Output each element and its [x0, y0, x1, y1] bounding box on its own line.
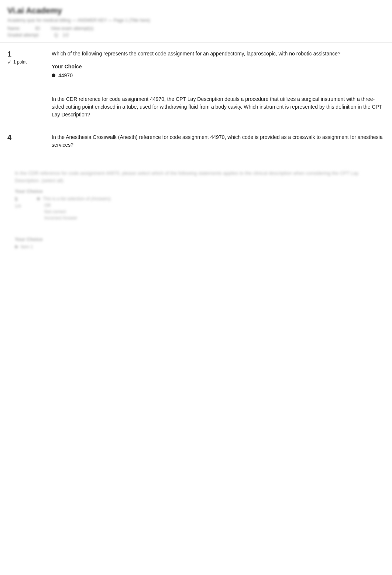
blurred-item-text-0: This is a list selection of (Answers) — [43, 196, 111, 201]
blurred-question-5-text: In the CDR reference for code assignment… — [15, 170, 377, 184]
blurred-item-text-2: Not correct — [44, 209, 66, 214]
blurred-item-3: Incorrect Answer — [44, 215, 111, 221]
blurred-item-6-text: Item 1 — [21, 244, 33, 249]
blurred-item-2: Not correct — [44, 209, 111, 214]
blurred-your-choice-5: Your Choice — [15, 188, 377, 194]
meta-name: Name: — [7, 26, 20, 31]
blurred-item-text-3: Incorrect Answer — [44, 215, 77, 221]
question-4-number-col: 4 — [7, 133, 52, 155]
question-1-block: 1 ✓ 1 point Which of the following repre… — [7, 50, 385, 81]
header-meta-row-2: Graded attempt: Q: 1/2 — [7, 33, 385, 38]
blurred-number-5: 5 1/4 — [15, 196, 37, 222]
question-1-score: ✓ 1 point — [7, 59, 52, 65]
content-area: 1 ✓ 1 point Which of the following repre… — [0, 42, 392, 258]
question-4-text: In the Anesthesia Crosswalk (Anesth) ref… — [52, 133, 385, 149]
header-subtitle: Academy quiz for medical billing — ANSWE… — [7, 18, 385, 23]
blurred-dot-6 — [15, 245, 18, 248]
question-1-number-col: 1 ✓ 1 point — [7, 50, 52, 81]
blurred-your-choice-6: Your Choice — [15, 237, 377, 242]
question-2-text: In the CDR reference for code assignment… — [52, 95, 385, 119]
question-2-block: In the CDR reference for code assignment… — [7, 95, 385, 119]
header-meta-row: Name: ID: View exam attempt(s) — [7, 26, 385, 31]
question-4-block: 4 In the Anesthesia Crosswalk (Anesth) r… — [7, 133, 385, 155]
blurred-section-6: Your Choice Item 1 — [15, 237, 377, 249]
question-4-right-col: In the Anesthesia Crosswalk (Anesth) ref… — [52, 133, 385, 155]
question-1-score-label: 1 point — [13, 59, 27, 65]
header: Vi.ai Academy Academy quiz for medical b… — [0, 0, 392, 42]
meta-q: Q: 1/2 — [54, 33, 69, 38]
blurred-section-5: In the CDR reference for code assignment… — [7, 170, 385, 249]
question-1-right-col: Which of the following represents the co… — [52, 50, 385, 81]
blurred-dot-0 — [37, 197, 40, 200]
app-title: Vi.ai Academy — [7, 6, 385, 16]
choice-value-1: 44970 — [58, 72, 73, 78]
blurred-item-text-1: OR — [44, 203, 51, 208]
question-4-number: 4 — [7, 133, 52, 142]
meta-id: ID: View exam attempt(s) — [35, 26, 93, 31]
blurred-section-6-item: Item 1 — [15, 244, 377, 249]
question-2-right: In the CDR reference for code assignment… — [52, 95, 385, 119]
question-1-text: Which of the following represents the co… — [52, 50, 385, 58]
meta-graded: Graded attempt: — [7, 33, 39, 38]
checkmark-icon: ✓ — [7, 59, 12, 65]
blurred-q5-meta: 5 1/4 This is a list selection of (Answe… — [15, 196, 377, 222]
blurred-q5-items: This is a list selection of (Answers) OR… — [37, 196, 111, 222]
question-1-number: 1 — [7, 50, 52, 58]
blurred-item-0: This is a list selection of (Answers) — [37, 196, 111, 201]
choice-dot-1 — [52, 74, 55, 77]
your-choice-label-1: Your Choice — [52, 64, 385, 69]
choice-item-1: 44970 — [52, 72, 385, 78]
blurred-item-1: OR — [44, 203, 111, 208]
